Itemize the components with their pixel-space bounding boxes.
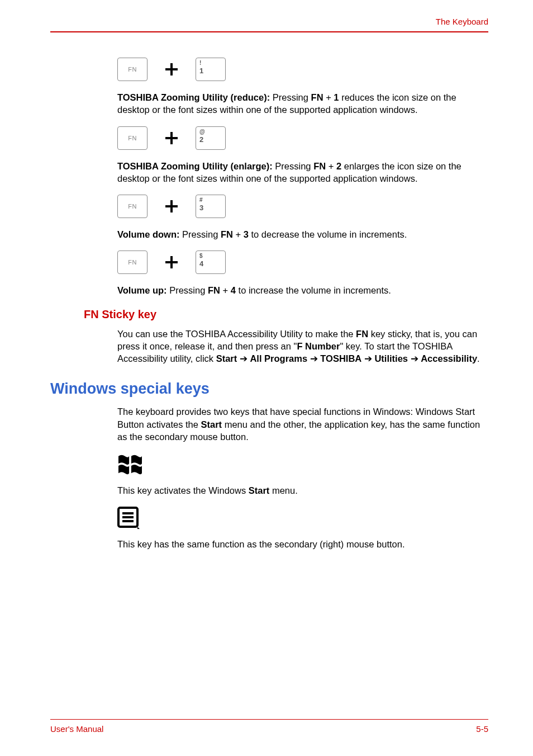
plus-icon	[165, 132, 178, 144]
key-number: 4	[199, 259, 203, 268]
key-ref: FN	[356, 329, 368, 339]
menu-ref: Start	[201, 419, 222, 429]
arrow-icon: ➔	[361, 353, 374, 363]
key-top-glyph: @	[199, 129, 205, 135]
arrow-icon: ➔	[307, 353, 320, 363]
key-combo-fn-1: FN ! 1	[117, 58, 488, 81]
footer-manual-title: User's Manual	[50, 724, 103, 734]
key-ref: FN	[221, 229, 233, 239]
key-top-glyph: !	[199, 60, 201, 66]
plus-icon	[165, 63, 178, 75]
paragraph-windows-key: This key activates the Windows Start men…	[117, 484, 488, 497]
key-ref: F Number	[297, 341, 340, 351]
application-key-icon	[117, 507, 141, 530]
plus-icon	[165, 200, 178, 212]
fn-key-icon: FN	[117, 58, 147, 81]
key-ref: 1	[334, 92, 339, 102]
text: This key has the same function as the se…	[117, 539, 405, 549]
plus-icon	[165, 256, 178, 268]
one-key-icon: ! 1	[196, 58, 226, 81]
key-combo-fn-3: FN # 3	[117, 195, 488, 218]
menu-ref: Start	[249, 485, 270, 495]
paragraph-fn-sticky: You can use the TOSHIBA Accessibility Ut…	[117, 328, 488, 365]
footer-page-number: 5-5	[476, 724, 488, 734]
key-top-glyph: #	[199, 197, 203, 203]
text: Pressing	[180, 229, 221, 239]
paragraph-volume-up: Volume up: Pressing FN + 4 to increase t…	[117, 284, 488, 296]
key-ref: 2	[336, 161, 341, 171]
menu-path: TOSHIBA	[320, 353, 361, 363]
text: menu.	[269, 485, 297, 495]
text: Pressing	[273, 161, 313, 171]
text: Pressing	[167, 285, 208, 295]
label: Volume up:	[117, 285, 167, 295]
text: +	[233, 229, 244, 239]
footer-rule	[50, 719, 488, 720]
three-key-icon: # 3	[196, 195, 226, 218]
menu-path: Accessibility	[421, 353, 477, 363]
label: TOSHIBA Zooming Utility (enlarge):	[117, 161, 273, 171]
paragraph-windows-keys-intro: The keyboard provides two keys that have…	[117, 405, 488, 443]
heading-windows-special-keys: Windows special keys	[50, 380, 488, 398]
text: +	[326, 161, 336, 171]
paragraph-zoom-reduce: TOSHIBA Zooming Utility (reduce): Pressi…	[117, 91, 488, 116]
key-number: 3	[199, 204, 203, 212]
text: Pressing	[270, 92, 311, 102]
key-ref: FN	[313, 161, 326, 171]
text: You can use the TOSHIBA Accessibility Ut…	[117, 329, 356, 339]
windows-logo-icon	[117, 453, 143, 476]
label: Volume down:	[117, 229, 180, 239]
four-key-icon: $ 4	[196, 251, 226, 274]
menu-path: All Programs	[250, 353, 307, 363]
header-section-title: The Keyboard	[436, 17, 488, 26]
fn-key-icon: FN	[117, 126, 147, 150]
key-number: 2	[199, 135, 203, 144]
key-ref: FN	[311, 92, 323, 102]
label: TOSHIBA Zooming Utility (reduce):	[117, 92, 270, 102]
key-combo-fn-2: FN @ 2	[117, 126, 488, 150]
arrow-icon: ➔	[237, 353, 250, 363]
key-ref: 4	[231, 285, 236, 295]
key-ref: FN	[208, 285, 220, 295]
text: to increase the volume in increments.	[236, 285, 391, 295]
key-top-glyph: $	[199, 253, 203, 259]
key-combo-fn-4: FN $ 4	[117, 251, 488, 274]
heading-fn-sticky: FN Sticky key	[84, 308, 488, 321]
fn-key-icon: FN	[117, 195, 147, 218]
text: to decrease the volume in increments.	[249, 229, 407, 239]
text: +	[323, 92, 334, 102]
text: This key activates the Windows	[117, 485, 249, 495]
text: .	[477, 353, 480, 363]
key-ref: 3	[244, 229, 249, 239]
fn-key-icon: FN	[117, 251, 147, 274]
paragraph-zoom-enlarge: TOSHIBA Zooming Utility (enlarge): Press…	[117, 160, 488, 185]
two-key-icon: @ 2	[196, 126, 226, 150]
menu-path: Start	[216, 353, 237, 363]
paragraph-volume-down: Volume down: Pressing FN + 3 to decrease…	[117, 228, 488, 240]
header-rule	[50, 31, 488, 32]
arrow-icon: ➔	[408, 353, 421, 363]
menu-path: Utilities	[374, 353, 408, 363]
paragraph-application-key: This key has the same function as the se…	[117, 538, 488, 550]
key-number: 1	[199, 67, 203, 75]
text: +	[220, 285, 231, 295]
